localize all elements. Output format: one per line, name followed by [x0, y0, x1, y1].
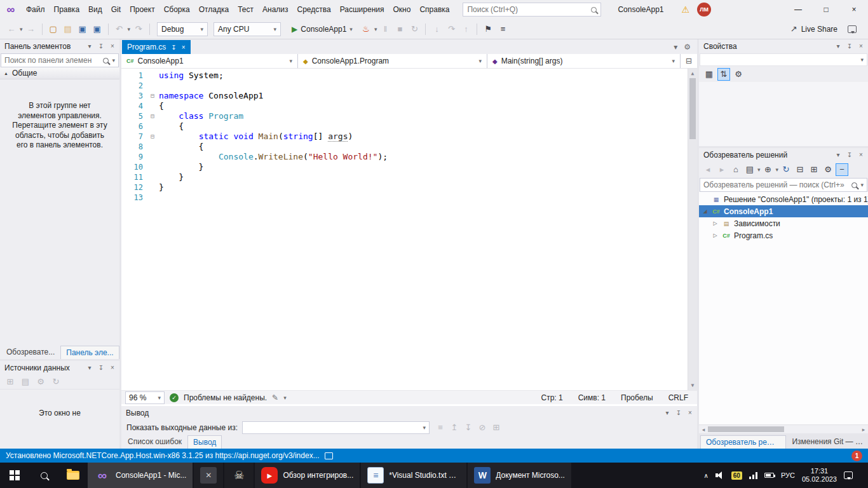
scrollbar-thumb[interactable] [708, 426, 784, 432]
tab-options-gear-icon[interactable]: ⚙ [684, 43, 691, 51]
dock-tab[interactable]: Обозреватель реше... [700, 435, 786, 449]
tree-expand-arrow-icon[interactable]: ▷ [712, 220, 719, 226]
menu-item[interactable]: Отладка [194, 0, 233, 19]
toolbox-search-input[interactable]: Поиск по панели элемен ▾ [1, 53, 119, 67]
tree-collapse-arrow-icon[interactable]: ◢ [702, 208, 709, 214]
dock-tab[interactable]: Вывод [187, 435, 222, 449]
line-ending-mode[interactable]: CRLF [668, 393, 688, 402]
scroll-right-icon[interactable]: ▸ [859, 426, 868, 433]
close-button[interactable]: × [840, 0, 868, 19]
taskbar-clock[interactable]: 17:31 05.02.2023 [802, 467, 837, 484]
line-number[interactable]: 11 [121, 172, 151, 182]
taskbar-app-visual-studio[interactable]: ∞ConsoleApp1 - Mic... [88, 463, 193, 488]
tree-item[interactable]: ◢C#ConsoleApp1 [699, 205, 868, 217]
step-into-icon[interactable]: ↓ [430, 23, 443, 36]
file-explorer-button[interactable] [58, 463, 88, 488]
window-position-icon[interactable]: ▾ [833, 43, 843, 50]
close-icon[interactable]: × [107, 43, 118, 50]
code-line[interactable]: 5⊟ class Program [121, 111, 688, 121]
line-number[interactable]: 3 [121, 91, 151, 101]
solution-explorer-header[interactable]: Обозреватель решений ▾ ↧ × [699, 148, 868, 161]
auto-hide-pin-icon[interactable]: ↧ [674, 409, 684, 416]
dock-tab[interactable]: Обозревате... [1, 346, 60, 359]
save-all-icon[interactable]: ▣ [91, 23, 104, 36]
refresh-icon[interactable]: ↻ [780, 163, 792, 176]
add-data-source-icon[interactable]: ⊞ [4, 376, 17, 388]
tree-expand-arrow-icon[interactable]: ▷ [712, 233, 719, 238]
taskbar-app-skull-game[interactable]: ☠ [224, 463, 254, 488]
line-number[interactable]: 8 [121, 142, 151, 152]
output-panel-header[interactable]: Вывод ▾ ↧ × [121, 406, 697, 419]
auto-hide-pin-icon[interactable]: ↧ [844, 151, 855, 158]
taskbar-app-game[interactable]: ✕ [194, 463, 223, 488]
properties-panel-header[interactable]: Свойства ▾ ↧ × [699, 39, 868, 53]
cursor-line[interactable]: Стр: 1 [541, 393, 563, 402]
properties-icon[interactable]: ⚙ [822, 163, 834, 176]
fold-marker-icon[interactable]: ⊟ [151, 132, 159, 142]
configuration-dropdown[interactable]: Debug ▾ [157, 22, 208, 36]
edit-data-source-icon[interactable]: ▤ [19, 376, 32, 388]
menu-item[interactable]: Окно [388, 0, 415, 19]
line-number[interactable]: 12 [121, 182, 151, 193]
problems-status[interactable]: Проблемы не найдены. [184, 393, 267, 402]
code-line[interactable]: 3⊟namespace ConsoleApp1 [121, 91, 688, 101]
auto-hide-pin-icon[interactable]: ↧ [96, 364, 106, 371]
tree-item[interactable]: ▦Решение "ConsoleApp1" (проекты: 1 из 1) [699, 193, 868, 205]
data-sources-panel-header[interactable]: Источники данных ▾ ↧ × [0, 361, 119, 374]
menu-item[interactable]: Справка [415, 0, 454, 19]
menu-item[interactable]: Git [107, 0, 125, 19]
member-dropdown[interactable]: ◆ Main(string[] args) ▾ [487, 54, 681, 68]
window-position-icon[interactable]: ▾ [833, 151, 843, 158]
taskbar-search-button[interactable] [29, 463, 58, 488]
close-icon[interactable]: × [685, 409, 695, 416]
menu-item[interactable]: Сборка [159, 0, 194, 19]
navigate-forward-icon[interactable]: → [25, 23, 37, 36]
dropdown-chevron-icon[interactable]: ▾ [20, 26, 23, 32]
close-icon[interactable]: × [182, 44, 186, 51]
code-line[interactable]: 10 } [121, 162, 688, 172]
battery-icon[interactable] [764, 473, 774, 478]
menu-item[interactable]: Средства [293, 0, 336, 19]
type-dropdown[interactable]: ◆ ConsoleApp1.Program ▾ [298, 54, 487, 68]
goto-next-message-icon[interactable]: ↧ [462, 421, 475, 434]
taskbar-app-youtube[interactable]: ▶Обзор интегриров... [255, 463, 360, 488]
line-number[interactable]: 2 [121, 81, 151, 91]
stop-icon[interactable]: ■ [393, 23, 406, 36]
code-line[interactable]: 13 [121, 193, 688, 203]
maximize-button[interactable]: □ [812, 0, 840, 19]
auto-hide-pin-icon[interactable]: ↧ [96, 43, 106, 50]
fold-marker-icon[interactable]: ⊟ [151, 111, 159, 121]
code-line[interactable]: 6 { [121, 121, 688, 132]
line-number[interactable]: 5 [121, 111, 151, 121]
step-over-icon[interactable]: ↷ [445, 23, 458, 36]
forward-icon[interactable]: ▸ [715, 163, 728, 176]
menu-item[interactable]: Правка [50, 0, 85, 19]
tree-item[interactable]: ▷C#Program.cs [699, 229, 868, 241]
user-avatar[interactable]: ЛМ [697, 3, 711, 17]
find-message-icon[interactable]: ≡ [434, 421, 447, 434]
taskbar-app-word[interactable]: WДокумент Microso... [468, 463, 571, 488]
chevron-down-icon[interactable]: ▾ [283, 395, 287, 401]
tree-item[interactable]: ▷▤Зависимости [699, 217, 868, 229]
preview-selected-icon[interactable]: − [836, 163, 848, 176]
step-out-icon[interactable]: ↑ [459, 23, 472, 36]
line-number[interactable]: 10 [121, 162, 151, 172]
speaker-icon[interactable] [715, 471, 724, 479]
project-dropdown[interactable]: C# ConsoleApp1 ▾ [121, 54, 298, 68]
keyboard-language[interactable]: РУС [781, 471, 795, 479]
menu-item[interactable]: Тест [233, 0, 258, 19]
goto-previous-message-icon[interactable]: ↥ [448, 421, 461, 434]
undo-icon[interactable]: ↶ [113, 23, 126, 36]
platform-dropdown[interactable]: Any CPU ▾ [214, 22, 281, 36]
network-icon[interactable] [749, 472, 757, 479]
refresh-data-source-icon[interactable]: ↻ [50, 376, 62, 388]
dropdown-chevron-icon[interactable]: ▾ [374, 26, 377, 32]
toolbox-panel-header[interactable]: Панель элементов ▾ ↧ × [0, 39, 119, 53]
code-editor[interactable]: 1using System;23⊟namespace ConsoleApp14{… [121, 69, 697, 390]
property-pages-icon[interactable]: ⚙ [732, 68, 745, 81]
home-icon[interactable]: ⌂ [729, 163, 742, 176]
word-wrap-icon[interactable]: ⊞ [490, 421, 503, 434]
line-number[interactable]: 9 [121, 152, 151, 162]
health-check-icon[interactable]: ✓ [170, 393, 179, 402]
tray-indicator-badge[interactable]: 60 [731, 471, 742, 480]
